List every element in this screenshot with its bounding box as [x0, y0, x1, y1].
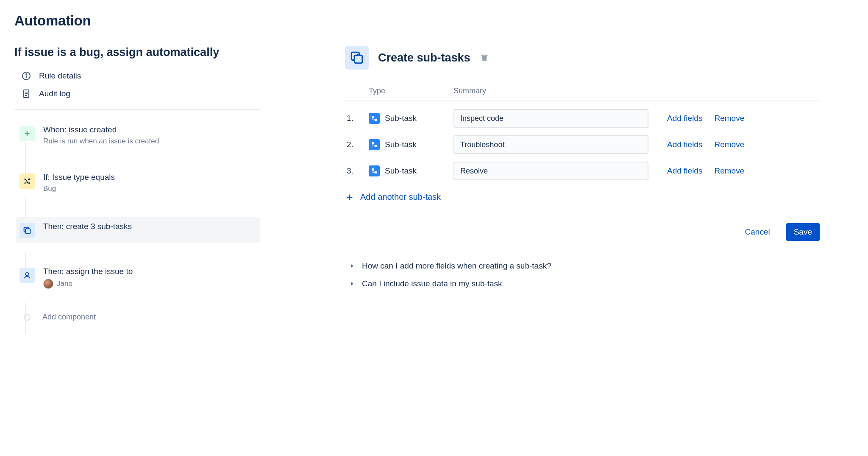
svg-rect-14: [372, 116, 374, 118]
subtasks-icon: [19, 223, 35, 238]
panel-title: Create sub-tasks: [378, 51, 470, 64]
svg-rect-15: [375, 119, 377, 121]
save-button[interactable]: Save: [786, 223, 820, 241]
table-row: 1. Sub-task Add fields Remove: [345, 109, 820, 128]
plus-icon: [19, 126, 35, 141]
svg-point-11: [25, 273, 28, 276]
summary-input[interactable]: [453, 162, 648, 180]
add-subtask-label: Add another sub-task: [360, 192, 441, 202]
step-condition-title: If: Issue type equals: [43, 173, 255, 182]
help-item-label: Can I include issue data in my sub-task: [362, 279, 502, 288]
svg-rect-17: [375, 145, 377, 147]
subtask-type-icon: [369, 113, 380, 124]
rule-details-label: Rule details: [39, 71, 81, 81]
rule-details-link[interactable]: Rule details: [14, 71, 260, 81]
type-cell[interactable]: Sub-task: [369, 165, 445, 176]
add-subtask-button[interactable]: Add another sub-task: [345, 192, 820, 202]
svg-rect-19: [375, 171, 377, 173]
svg-rect-10: [25, 229, 30, 233]
subtask-type-label: Sub-task: [385, 114, 417, 123]
add-fields-button[interactable]: Add fields: [667, 114, 702, 123]
summary-input[interactable]: [453, 109, 648, 128]
step-subtasks-title: Then: create 3 sub-tasks: [43, 222, 255, 231]
help-item[interactable]: How can I add more fields when creating …: [345, 261, 820, 271]
type-cell[interactable]: Sub-task: [369, 139, 445, 150]
svg-rect-16: [372, 142, 374, 144]
step-trigger-title: When: issue created: [43, 125, 255, 134]
row-number: 2.: [345, 140, 360, 149]
row-number: 1.: [345, 114, 360, 123]
row-number: 3.: [345, 166, 360, 176]
add-fields-button[interactable]: Add fields: [667, 140, 702, 149]
config-panel: Create sub-tasks Type Summary 1. Sub-tas…: [345, 46, 820, 288]
remove-button[interactable]: Remove: [714, 166, 744, 176]
remove-button[interactable]: Remove: [714, 140, 744, 149]
assignee-name: Jane: [57, 280, 72, 288]
cancel-button[interactable]: Cancel: [737, 223, 778, 241]
svg-rect-13: [354, 55, 362, 63]
chevron-right-icon: [349, 263, 355, 269]
audit-log-label: Audit log: [39, 89, 70, 98]
column-summary: Summary: [453, 87, 648, 95]
help-item-label: How can I add more fields when creating …: [362, 261, 551, 271]
step-condition-subtitle: Bug: [43, 185, 255, 193]
connector: [25, 303, 26, 334]
step-assign-title: Then: assign the issue to: [43, 267, 255, 276]
delete-button[interactable]: [480, 53, 489, 62]
table-header: Type Summary: [345, 87, 820, 101]
svg-point-2: [26, 74, 27, 75]
user-icon: [19, 268, 35, 283]
rule-name: If issue is a bug, assign automatically: [14, 46, 260, 59]
help-item[interactable]: Can I include issue data in my sub-task: [345, 279, 820, 288]
rule-sidebar: If issue is a bug, assign automatically …: [14, 46, 260, 322]
document-icon: [21, 89, 31, 99]
type-cell[interactable]: Sub-task: [369, 113, 445, 124]
audit-log-link[interactable]: Audit log: [14, 89, 260, 99]
page-title: Automation: [14, 13, 854, 29]
shuffle-icon: [19, 173, 35, 189]
info-icon: [21, 71, 31, 81]
add-component-label: Add component: [42, 313, 96, 322]
table-row: 2. Sub-task Add fields Remove: [345, 135, 820, 154]
svg-rect-18: [372, 168, 374, 171]
subtask-type-label: Sub-task: [385, 140, 417, 149]
add-component-button[interactable]: Add component: [16, 313, 260, 322]
divider: [14, 109, 260, 110]
table-row: 3. Sub-task Add fields Remove: [345, 162, 820, 180]
subtasks-icon: [345, 46, 369, 70]
avatar: [43, 279, 53, 289]
chevron-right-icon: [349, 281, 355, 287]
step-condition[interactable]: If: Issue type equals Bug: [16, 169, 260, 196]
column-type: Type: [369, 87, 445, 95]
step-assign[interactable]: Then: assign the issue to Jane: [16, 263, 260, 292]
subtask-type-icon: [369, 165, 380, 176]
step-trigger-subtitle: Rule is run when an issue is created.: [43, 137, 255, 145]
subtask-type-label: Sub-task: [385, 166, 417, 176]
step-create-subtasks[interactable]: Then: create 3 sub-tasks: [16, 217, 260, 243]
remove-button[interactable]: Remove: [714, 114, 744, 123]
subtask-type-icon: [369, 139, 380, 150]
step-trigger[interactable]: When: issue created Rule is run when an …: [16, 122, 260, 149]
add-fields-button[interactable]: Add fields: [667, 166, 702, 176]
summary-input[interactable]: [453, 135, 648, 154]
